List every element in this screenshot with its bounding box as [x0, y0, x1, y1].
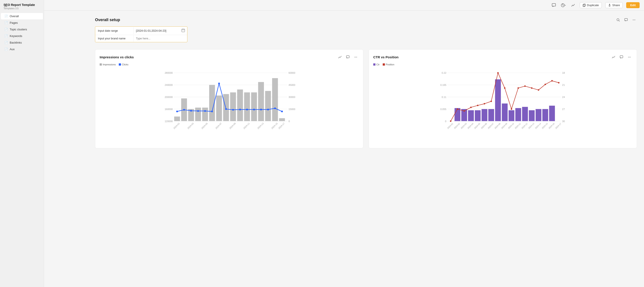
dot-8: [232, 109, 234, 111]
svg-point-17: [356, 57, 357, 57]
bar-14: [272, 78, 278, 121]
ctr-bar-12: [529, 110, 534, 121]
dot-7: [225, 108, 227, 110]
duplicate-button[interactable]: Duplicate: [580, 2, 602, 8]
sidebar-item-keywords[interactable]: 📄 Keywords: [1, 33, 43, 39]
dot-3: [197, 110, 199, 112]
chart-impressions-more-icon[interactable]: [352, 54, 359, 60]
comment-action-icon[interactable]: [623, 17, 629, 23]
legend-dot-impressions: [100, 63, 102, 66]
edit-button[interactable]: Edit: [626, 2, 640, 8]
svg-point-12: [634, 20, 635, 20]
svg-text:2024-17: 2024-17: [555, 123, 562, 129]
dot-10: [246, 109, 248, 111]
svg-text:0.055: 0.055: [440, 108, 446, 111]
share-button[interactable]: Share: [605, 2, 623, 8]
sidebar-item-overall[interactable]: 📄 Overall: [1, 13, 43, 19]
svg-text:30: 30: [562, 120, 565, 123]
svg-text:2024-09: 2024-09: [501, 123, 508, 129]
legend-ctr: Ctr: [373, 63, 380, 66]
svg-text:2024-12: 2024-12: [521, 123, 528, 129]
chart-impressions-line-icon[interactable]: [337, 54, 343, 60]
svg-text:2024-09: 2024-09: [229, 122, 236, 130]
chart-ctr-comment-icon[interactable]: [618, 54, 624, 60]
pos-dot-14: [544, 84, 546, 85]
sidebar-item-aux[interactable]: 📄 Aux: [1, 46, 43, 52]
dot-9: [239, 109, 241, 111]
svg-point-44: [629, 57, 630, 57]
svg-text:280000: 280000: [165, 72, 173, 74]
svg-text:2024-14: 2024-14: [535, 123, 542, 129]
svg-point-15: [354, 57, 355, 57]
pos-dot-6: [490, 101, 492, 102]
sidebar-label-topic-clusters: Topic clusters: [10, 28, 27, 31]
sidebar-label-pages: Pages: [10, 21, 18, 25]
sidebar-label-aux: Aux: [10, 48, 14, 51]
section-header-overall: Overall setup: [95, 17, 637, 23]
sidebar-label-overall: Overall: [10, 15, 19, 18]
top-header: Duplicate Share Edit: [44, 0, 644, 11]
setup-row-brand: Input your brand name: [95, 35, 187, 42]
more-action-icon[interactable]: [631, 17, 637, 23]
ctr-chart-container: 0.22 0.165 0.11 0.055 0 18 21 24 27 30: [373, 68, 632, 144]
bar-0: [174, 116, 180, 121]
date-range-value: [2024-01-01;2024-04-23]: [134, 27, 187, 35]
sidebar-item-pages[interactable]: 📄 Pages: [1, 20, 43, 26]
svg-rect-2: [4, 7, 7, 7]
svg-text:18: 18: [562, 72, 565, 74]
svg-text:2024-07: 2024-07: [215, 122, 222, 129]
sidebar: SEO Report Template Templates 3.5 📄 Over…: [0, 0, 44, 287]
svg-point-16: [356, 57, 356, 57]
legend-dot-position: [383, 63, 385, 66]
search-action-icon[interactable]: [615, 17, 621, 23]
svg-text:2024-10: 2024-10: [508, 123, 514, 129]
brand-name-input[interactable]: [136, 37, 185, 40]
dot-6: [218, 83, 220, 84]
ctr-bar-1: [455, 108, 460, 121]
bar-9: [237, 90, 243, 121]
calendar-icon[interactable]: [182, 29, 185, 33]
section-title-overall: Overall setup: [95, 18, 120, 22]
pos-dot-3: [470, 107, 472, 108]
ctr-bar-7: [495, 80, 501, 121]
analytics-button[interactable]: [570, 2, 576, 8]
pos-dot-11: [524, 85, 526, 87]
pos-dot-2: [464, 110, 465, 112]
svg-text:2024-01: 2024-01: [173, 122, 180, 129]
bar-11: [251, 92, 257, 121]
pos-dot-1: [457, 108, 458, 110]
chart-ctr-legend: Ctr Position: [373, 63, 632, 66]
chart-ctr-line-icon[interactable]: [610, 54, 616, 60]
sidebar-item-topic-clusters[interactable]: 📄 Topic clusters: [1, 26, 43, 33]
sidebar-item-backlinks[interactable]: 📄 Backlinks: [1, 39, 43, 46]
page-icon-topic-clusters: 📄: [4, 28, 8, 31]
ctr-bar-4: [475, 110, 480, 121]
dot-12: [260, 109, 262, 111]
svg-rect-14: [346, 56, 349, 58]
pos-dot-0: [450, 120, 452, 122]
ctr-bar-15: [549, 106, 555, 121]
history-button[interactable]: [560, 2, 566, 8]
charts-grid: Impressions vs clicks: [95, 49, 637, 148]
bar-15: [279, 118, 285, 121]
svg-text:2024-08: 2024-08: [494, 123, 501, 129]
svg-point-10: [632, 20, 633, 20]
svg-text:2024-05: 2024-05: [474, 123, 480, 129]
svg-text:2024-11: 2024-11: [243, 122, 250, 129]
chart-ctr-more-icon[interactable]: [626, 54, 632, 60]
pos-dot-9: [511, 108, 512, 110]
sidebar-toggle-button[interactable]: [3, 3, 9, 9]
pos-dot-8: [504, 87, 506, 89]
comment-button[interactable]: [551, 2, 557, 8]
legend-label-ctr: Ctr: [376, 63, 380, 66]
legend-label-clicks: Clicks: [122, 63, 128, 66]
dot-5: [211, 111, 213, 112]
chart-impressions-title: Impressions vs clicks: [100, 55, 134, 59]
ctr-bar-14: [542, 109, 548, 121]
svg-point-43: [628, 57, 628, 57]
chart-impressions-comment-icon[interactable]: [345, 54, 351, 60]
svg-text:0.11: 0.11: [442, 96, 446, 98]
dot-11: [253, 109, 255, 111]
chart-impressions-header: Impressions vs clicks: [100, 54, 359, 60]
page-icon-backlinks: 📄: [4, 41, 8, 44]
